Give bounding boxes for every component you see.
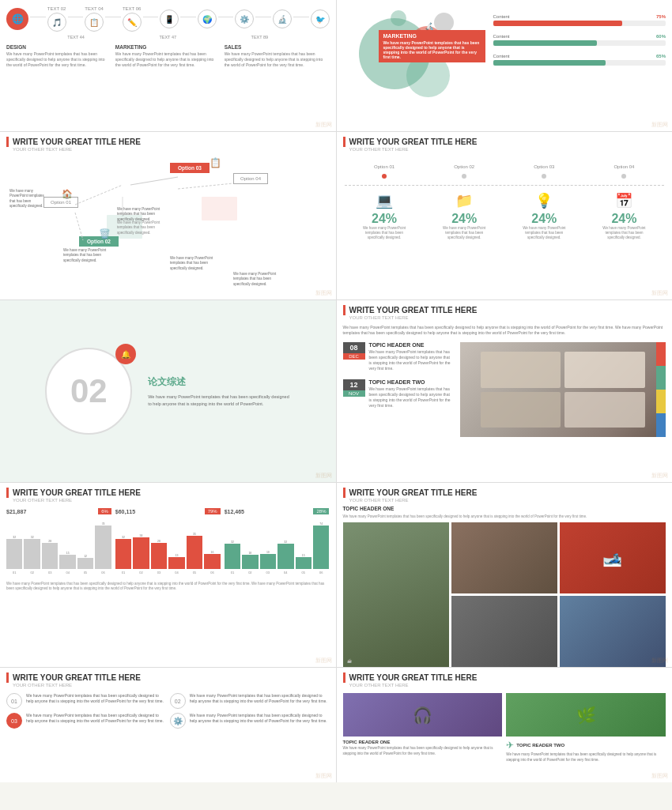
watermark-6: 新图网 bbox=[651, 472, 668, 480]
s2-subtitle: YOUR OTHER TEXT HERE bbox=[349, 147, 666, 152]
bar-c2-1: 32 bbox=[115, 536, 131, 569]
title-bar-s7 bbox=[343, 672, 345, 683]
tr-image-1: 🎧 bbox=[343, 693, 503, 737]
icon-col-clipboard: TEXT 04 📋 bbox=[85, 6, 104, 32]
s5-subtitle: YOUR OTHER TEXT HERE bbox=[349, 498, 666, 503]
circle-badge: 🔔 bbox=[115, 344, 136, 364]
bf-c1-5 bbox=[77, 558, 93, 569]
progress-row-header-3: Content 65% bbox=[493, 54, 666, 58]
opt-desc-3: We have many PowerPoint templates that h… bbox=[63, 248, 111, 263]
slide-circle-02: 02 🔔 论文综述 We have many PowerPoint templa… bbox=[0, 300, 337, 482]
phone-icon: 📱 bbox=[160, 9, 179, 28]
tr-img-icon-1: 🎧 bbox=[413, 706, 432, 725]
progress-row-3: Content 65% bbox=[493, 54, 666, 66]
xl-c1-3: 03 bbox=[42, 571, 58, 575]
title-row-s5: WRITE YOUR GREAT TITLE HERE bbox=[343, 488, 666, 498]
s3r-title: WRITE YOUR GREAT TITLE HERE bbox=[349, 306, 478, 315]
pct-icon-1: 💻 bbox=[376, 192, 393, 209]
xl-c3-3: 03 bbox=[260, 571, 276, 575]
title-bar-s4 bbox=[6, 488, 9, 498]
bf-c2-2 bbox=[133, 537, 149, 569]
day-2: 12 bbox=[343, 379, 365, 390]
article-image bbox=[460, 342, 666, 437]
slide-tl-header: WRITE YOUR GREAT TITLE HERE YOUR OTHER T… bbox=[337, 132, 673, 153]
title-row-s6: WRITE YOUR GREAT TITLE HERE bbox=[6, 672, 330, 683]
progress-pct-3: 65% bbox=[656, 54, 666, 58]
progress-label-3: Content bbox=[493, 54, 510, 58]
top-right-content: 🔬 MARKETING We have many PowerPoint temp… bbox=[343, 6, 666, 125]
circle-desc: We have many PowerPoint templates that h… bbox=[148, 394, 290, 407]
marketing-heading: MARKETING bbox=[115, 44, 221, 50]
text-47: TEXT 47 bbox=[159, 35, 176, 40]
chart2-bars: 32 34 28 13 bbox=[115, 518, 221, 569]
s6-title: WRITE YOUR GREAT TITLE HERE bbox=[13, 673, 141, 682]
bf-c1-3 bbox=[42, 543, 58, 569]
bar-c1-1: 32 bbox=[6, 536, 22, 569]
xl-c1-4: 04 bbox=[59, 571, 75, 575]
icon-labels-row2: TEXT 44 TEXT 47 TEXT 89 bbox=[6, 35, 330, 40]
tr-image-2: 🌿 bbox=[506, 693, 666, 737]
pct-col-3: 24% We have many PowerPoint templates th… bbox=[516, 212, 572, 240]
opt-label-1: Option 01 bbox=[374, 157, 395, 181]
text-label-06: TEXT 06 bbox=[123, 6, 142, 11]
bar-c1-6: 74 bbox=[95, 522, 111, 569]
opt-desc-4: We have many PowerPoint templates that h… bbox=[170, 256, 221, 271]
date-block-1: 08 DEC bbox=[343, 342, 365, 371]
chart3-badge: 28% bbox=[313, 508, 329, 514]
icon-col-gear: ⚙️ bbox=[235, 9, 254, 28]
pct-desc-1: We have many PowerPoint templates that h… bbox=[357, 226, 412, 240]
chart3-amount: $12,465 bbox=[225, 509, 244, 514]
marketing-label-box: MARKETING We have many PowerPoint templa… bbox=[379, 30, 485, 62]
tr-desc-2: We have many PowerPoint templates that h… bbox=[506, 752, 666, 763]
bf-c1-6 bbox=[95, 526, 111, 569]
bar-c3-1: 32 bbox=[225, 541, 240, 569]
circle-heading: 论文综述 bbox=[148, 375, 290, 389]
entry-text-1: TOPIC HEADER ONE We have many PowerPoint… bbox=[369, 342, 454, 371]
s1-subtitle: YOUR OTHER TEXT HERE bbox=[13, 147, 330, 152]
opt-label-2: Option 02 bbox=[454, 157, 474, 181]
list-num-1: 01 bbox=[6, 693, 22, 709]
list-text-2: We have many PowerPoint templates that h… bbox=[190, 693, 330, 704]
progress-row-2: Content 60% bbox=[493, 34, 666, 46]
opt-desc-2: We have many PowerPoint templates that h… bbox=[117, 220, 168, 235]
opt-desc-5: We have many PowerPoint templates that h… bbox=[233, 272, 285, 287]
title-bar-s6 bbox=[6, 672, 9, 683]
bf-c2-5 bbox=[187, 536, 202, 569]
progress-track-1 bbox=[493, 21, 666, 26]
xl-c2-3: 03 bbox=[151, 571, 167, 575]
bf-c3-3 bbox=[260, 554, 276, 569]
tr-topic2-icon: ✈ bbox=[506, 740, 514, 751]
list-grid: 01 We have many PowerPoint templates tha… bbox=[0, 689, 336, 733]
slide-tr-header: WRITE YOUR GREAT TITLE HERE YOUR OTHER T… bbox=[337, 668, 673, 689]
slide-top-right: 🔬 MARKETING We have many PowerPoint temp… bbox=[337, 0, 673, 131]
title-row-s3r: WRITE YOUR GREAT TITLE HERE bbox=[343, 305, 666, 315]
connector2 bbox=[68, 17, 84, 17]
charts-footnote: We have many PowerPoint templates that h… bbox=[0, 578, 336, 595]
slide-charts: WRITE YOUR GREAT TITLE HERE YOUR OTHER T… bbox=[0, 483, 337, 667]
pct-icons-row: 💻 📁 💡 📅 bbox=[337, 192, 673, 209]
microscope-icon: 🔬 bbox=[273, 9, 292, 28]
tr-left: 🎧 TOPIC READER ONE We have many PowerPoi… bbox=[343, 693, 503, 763]
watermark-9: 新图网 bbox=[315, 772, 332, 780]
sales-col: SALES We have many PowerPoint templates … bbox=[225, 44, 330, 68]
bar-c1-5: 12 bbox=[77, 555, 93, 569]
bf-c2-1 bbox=[115, 539, 131, 569]
bar-c2-4: 13 bbox=[168, 554, 184, 569]
opt-label-4: Option 04 bbox=[613, 157, 634, 181]
opt-text-3: Option 03 bbox=[534, 164, 554, 169]
watermark-8: 新图网 bbox=[651, 657, 668, 665]
connector6 bbox=[218, 17, 234, 17]
tr-topic2-header: ✈ TOPIC READER TWO bbox=[506, 740, 666, 751]
progress-fill-2 bbox=[493, 40, 597, 46]
bar-c3-3: 19 bbox=[260, 551, 276, 569]
bf-c3-1 bbox=[225, 544, 240, 569]
bar-c3-4: 32 bbox=[277, 541, 293, 569]
s2-title: WRITE YOUR GREAT TITLE HERE bbox=[349, 138, 478, 146]
opt-desc-6: We have many PowerPoint templates that h… bbox=[9, 189, 49, 209]
slide-topic-readers: WRITE YOUR GREAT TITLE HERE YOUR OTHER T… bbox=[337, 668, 673, 782]
entry-2: 12 NOV TOPIC HEADER TWO We have many Pow… bbox=[343, 379, 454, 409]
options-diagram: Option 03 📋 Option 01 🏠 Option 02 🗑️ Opt… bbox=[0, 153, 336, 300]
mockup-grid bbox=[481, 352, 645, 428]
day-1: 08 bbox=[343, 342, 365, 353]
bf-c3-4 bbox=[277, 544, 293, 569]
